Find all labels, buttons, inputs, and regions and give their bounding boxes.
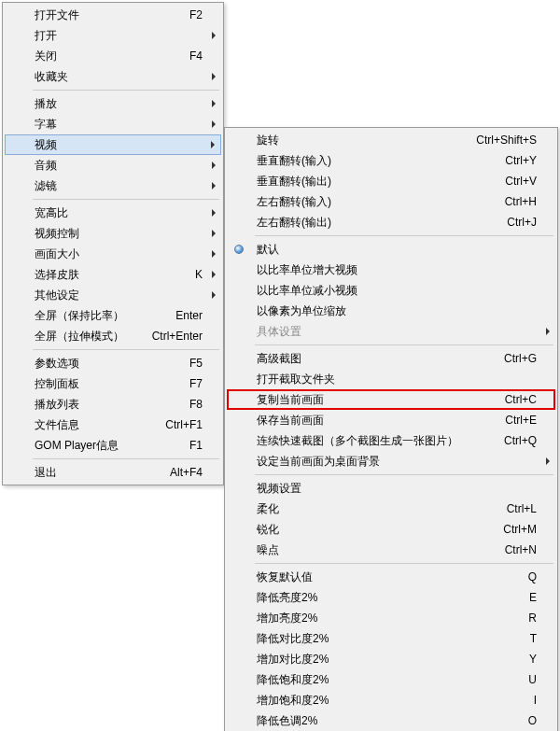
menu-item-label: 增加亮度2% xyxy=(257,612,317,625)
main-context-menu: 打开文件F2打开关闭F4收藏夹播放字幕视频音频滤镜宽高比视频控制画面大小选择皮肤… xyxy=(2,2,224,485)
menu-item[interactable]: 以比率单位减小视频 xyxy=(227,280,555,301)
separator xyxy=(255,563,553,564)
menu-item[interactable]: 收藏夹 xyxy=(5,66,221,87)
menu-item-shortcut: F2 xyxy=(189,5,203,25)
menu-item-shortcut: F7 xyxy=(189,373,203,394)
menu-item-label: 宽高比 xyxy=(35,206,68,219)
menu-item-label: 连续快速截图（多个截图生成一张图片） xyxy=(257,434,458,447)
menu-item[interactable]: 控制面板F7 xyxy=(5,373,221,394)
menu-item-shortcut: E xyxy=(529,587,537,608)
menu-item-shortcut: I xyxy=(534,690,537,710)
menu-item[interactable]: 其他设定 xyxy=(5,285,221,305)
menu-item-shortcut: Ctrl+Shift+S xyxy=(476,130,537,150)
menu-item-label: 柔化 xyxy=(257,502,279,515)
menu-item-shortcut: Ctrl+L xyxy=(507,499,537,519)
menu-item-label: 垂直翻转(输出) xyxy=(257,175,331,188)
menu-item[interactable]: 打开截取文件夹 xyxy=(227,369,555,389)
menu-item[interactable]: 打开文件F2 xyxy=(5,5,221,25)
menu-item[interactable]: 打开 xyxy=(5,25,221,46)
menu-item-shortcut: T xyxy=(530,628,537,649)
menu-item-label: 画面大小 xyxy=(35,247,79,260)
menu-item[interactable]: 左右翻转(输入)Ctrl+H xyxy=(227,191,555,212)
menu-item-label: 左右翻转(输入) xyxy=(257,195,331,208)
menu-item[interactable]: 增加对比度2%Y xyxy=(227,649,555,669)
menu-item[interactable]: 柔化Ctrl+L xyxy=(227,499,555,519)
video-submenu: 旋转Ctrl+Shift+S垂直翻转(输入)Ctrl+Y垂直翻转(输出)Ctrl… xyxy=(224,127,558,731)
menu-item-label: 参数选项 xyxy=(35,357,79,370)
submenu-arrow-icon xyxy=(212,120,216,128)
menu-item-label: 退出 xyxy=(35,466,57,479)
menu-item[interactable]: 视频设置 xyxy=(227,478,555,499)
menu-item[interactable]: 降低亮度2%E xyxy=(227,587,555,608)
submenu-arrow-icon xyxy=(212,209,216,217)
menu-item-shortcut: F1 xyxy=(189,435,203,456)
menu-item[interactable]: 降低饱和度2%U xyxy=(227,669,555,690)
menu-item-shortcut: Ctrl+M xyxy=(503,519,537,540)
menu-item[interactable]: 选择皮肤K xyxy=(5,264,221,285)
menu-item-label: 播放列表 xyxy=(35,398,79,411)
menu-item[interactable]: 垂直翻转(输入)Ctrl+Y xyxy=(227,150,555,171)
menu-item[interactable]: 保存当前画面Ctrl+E xyxy=(227,410,555,430)
menu-item-label: 保存当前画面 xyxy=(257,414,324,427)
menu-item[interactable]: 降低对比度2%T xyxy=(227,628,555,649)
menu-item-label: 具体设置 xyxy=(257,325,301,338)
submenu-arrow-icon xyxy=(212,182,216,190)
menu-item-shortcut: O xyxy=(528,710,537,731)
menu-item[interactable]: 左右翻转(输出)Ctrl+J xyxy=(227,212,555,232)
menu-item: 具体设置 xyxy=(227,321,555,342)
menu-item[interactable]: 播放 xyxy=(5,93,221,114)
menu-item-label: 音频 xyxy=(35,159,57,172)
submenu-arrow-icon xyxy=(212,32,216,39)
menu-item[interactable]: 增加亮度2%R xyxy=(227,608,555,628)
menu-item[interactable]: 关闭F4 xyxy=(5,46,221,66)
menu-item[interactable]: 宽高比 xyxy=(5,203,221,223)
menu-item[interactable]: 连续快速截图（多个截图生成一张图片）Ctrl+Q xyxy=(227,430,555,451)
menu-item-label: 旋转 xyxy=(257,134,279,147)
menu-item[interactable]: 播放列表F8 xyxy=(5,394,221,415)
menu-item[interactable]: 全屏（拉伸模式）Ctrl+Enter xyxy=(5,326,221,346)
menu-item[interactable]: 以像素为单位缩放 xyxy=(227,301,555,321)
menu-item[interactable]: 噪点Ctrl+N xyxy=(227,540,555,560)
submenu-arrow-icon xyxy=(546,328,550,335)
menu-item-label: 复制当前画面 xyxy=(257,393,324,406)
menu-item[interactable]: 视频控制 xyxy=(5,223,221,244)
menu-item-label: 选择皮肤 xyxy=(35,268,79,281)
menu-item[interactable]: 全屏（保持比率）Enter xyxy=(5,305,221,326)
menu-item[interactable]: 参数选项F5 xyxy=(5,353,221,373)
menu-item-label: 默认 xyxy=(257,243,279,256)
radio-bullet-icon xyxy=(234,245,244,254)
menu-item-label: 视频 xyxy=(35,138,57,151)
menu-item-label: 高级截图 xyxy=(257,352,301,365)
menu-item-shortcut: U xyxy=(528,669,537,690)
submenu-arrow-icon xyxy=(212,250,216,258)
menu-item[interactable]: 恢复默认值Q xyxy=(227,567,555,587)
menu-item[interactable]: 旋转Ctrl+Shift+S xyxy=(227,130,555,150)
menu-item-label: 以像素为单位缩放 xyxy=(257,304,346,317)
menu-item-label: 视频控制 xyxy=(35,227,79,240)
menu-item[interactable]: 字幕 xyxy=(5,114,221,134)
menu-item[interactable]: 音频 xyxy=(5,155,221,176)
menu-item-shortcut: Alt+F4 xyxy=(170,462,203,483)
submenu-arrow-icon xyxy=(212,73,216,80)
menu-item[interactable]: 降低色调2%O xyxy=(227,710,555,731)
menu-item[interactable]: 视频 xyxy=(5,134,221,155)
menu-item[interactable]: 退出Alt+F4 xyxy=(5,462,221,483)
menu-item[interactable]: 文件信息Ctrl+F1 xyxy=(5,415,221,435)
menu-item-label: 左右翻转(输出) xyxy=(257,216,331,229)
menu-item[interactable]: 增加饱和度2%I xyxy=(227,690,555,710)
menu-item[interactable]: GOM Player信息F1 xyxy=(5,435,221,456)
menu-item[interactable]: 滤镜 xyxy=(5,176,221,196)
menu-item[interactable]: 以比率单位增大视频 xyxy=(227,260,555,280)
menu-item[interactable]: 高级截图Ctrl+G xyxy=(227,348,555,369)
menu-item[interactable]: 默认 xyxy=(227,239,555,260)
menu-item[interactable]: 复制当前画面Ctrl+C xyxy=(227,389,555,410)
menu-item-label: 以比率单位增大视频 xyxy=(257,263,357,276)
menu-item[interactable]: 锐化Ctrl+M xyxy=(227,519,555,540)
menu-item-label: 滤镜 xyxy=(35,179,57,192)
menu-item[interactable]: 垂直翻转(输出)Ctrl+V xyxy=(227,171,555,191)
menu-item-label: 收藏夹 xyxy=(35,70,68,83)
menu-item-label: 关闭 xyxy=(35,49,57,63)
menu-item[interactable]: 设定当前画面为桌面背景 xyxy=(227,451,555,471)
menu-item-shortcut: Y xyxy=(529,649,537,669)
menu-item[interactable]: 画面大小 xyxy=(5,244,221,264)
